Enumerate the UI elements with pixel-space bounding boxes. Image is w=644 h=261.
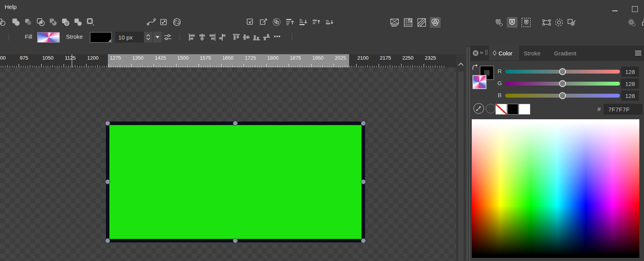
- ruler-tick: [311, 64, 312, 67]
- shape-cut-icon[interactable]: [0, 17, 8, 27]
- group-icon[interactable]: [272, 17, 281, 27]
- diamond-icon: [493, 50, 497, 56]
- tab-stroke[interactable]: Stroke: [520, 46, 544, 60]
- align-middle-v-icon[interactable]: [242, 33, 251, 41]
- slider-label-r: R: [497, 68, 503, 74]
- snap-toggle-icon[interactable]: [507, 17, 518, 28]
- black-swatch[interactable]: [507, 104, 518, 115]
- lower-icon[interactable]: [325, 17, 334, 27]
- color-gradient-picker[interactable]: [472, 119, 639, 258]
- union-icon[interactable]: [11, 17, 21, 27]
- exclude-icon[interactable]: [48, 17, 58, 27]
- align-left-icon[interactable]: [188, 33, 196, 41]
- maximize-icon[interactable]: [632, 6, 638, 12]
- selection-handle-sw[interactable]: [105, 238, 110, 243]
- lower-to-bottom-icon[interactable]: [298, 17, 308, 27]
- panel-menu-icon[interactable]: [635, 50, 642, 56]
- scroll-up-icon[interactable]: [458, 62, 464, 67]
- combine-icon[interactable]: [73, 17, 83, 27]
- ruler-tick: [41, 64, 42, 67]
- selection-handle-ne[interactable]: [361, 121, 366, 126]
- slider-knob-b[interactable]: [559, 92, 566, 99]
- tab-color[interactable]: Color: [489, 46, 519, 60]
- stroke-swatch[interactable]: [90, 32, 112, 43]
- slider-value-g[interactable]: 128: [621, 79, 639, 89]
- app-window: Help: [0, 0, 644, 261]
- node-curve-icon[interactable]: [147, 17, 156, 27]
- horizontal-ruler: 9009751050112512001275135014251500157516…: [0, 54, 456, 67]
- menu-help[interactable]: Help: [5, 3, 17, 10]
- divide-icon[interactable]: [61, 17, 70, 27]
- fill-color-indicator[interactable]: [473, 75, 486, 89]
- align-center-h-icon[interactable]: [198, 33, 206, 41]
- snap-center-icon[interactable]: [554, 18, 563, 27]
- selection-handle-nw[interactable]: [105, 121, 110, 126]
- canvas-rect[interactable]: [106, 122, 365, 242]
- transform-scale-icon[interactable]: [159, 17, 169, 27]
- minimize-icon[interactable]: [612, 10, 618, 11]
- ruler-label: 1725: [245, 55, 256, 61]
- stroke-width-stepper[interactable]: [144, 32, 152, 43]
- panel-partial-icon[interactable]: [641, 18, 644, 27]
- vertical-scrollbar[interactable]: [456, 54, 466, 261]
- ruler-tick: [221, 64, 222, 67]
- intersect-icon[interactable]: [36, 17, 45, 27]
- circle-swatch-icon[interactable]: [486, 104, 495, 113]
- panel-splitter[interactable]: [466, 47, 470, 261]
- selection-handle-se[interactable]: [361, 238, 366, 243]
- crop-icon[interactable]: [86, 17, 95, 27]
- ruler-label: 1650: [222, 55, 234, 61]
- edit-inside-icon[interactable]: [246, 17, 255, 27]
- link-anchor-icon[interactable]: [172, 17, 182, 27]
- snap-settings-icon[interactable]: [494, 18, 504, 27]
- raise-to-top-icon[interactable]: [285, 17, 294, 27]
- slider-knob-g[interactable]: [559, 80, 566, 87]
- ruler-tick: [266, 64, 267, 67]
- xray-view-icon[interactable]: [389, 17, 400, 28]
- ruler-tick: [289, 64, 289, 67]
- selection-handle-w[interactable]: [105, 179, 110, 184]
- move-outside-icon[interactable]: [259, 17, 268, 27]
- distribute-h-icon[interactable]: [218, 33, 227, 41]
- split-view-icon[interactable]: [416, 17, 427, 28]
- stroke-width-input[interactable]: 10 px: [115, 32, 144, 43]
- app-settings-gear-icon[interactable]: [627, 18, 636, 27]
- tab-gradient[interactable]: Gradient: [550, 46, 580, 60]
- slider-value-b[interactable]: 128: [621, 91, 639, 101]
- collapse-panel-icon[interactable]: »: [480, 49, 483, 55]
- snap-frame-icon[interactable]: [542, 18, 551, 27]
- none-swatch[interactable]: [495, 104, 507, 115]
- more-options-icon[interactable]: •••: [274, 33, 281, 39]
- fill-swatch[interactable]: [37, 32, 60, 43]
- selection-handle-s[interactable]: [233, 238, 238, 243]
- scrollbar-thumb[interactable]: [458, 72, 464, 261]
- divider: [180, 33, 180, 41]
- snap-shape-icon[interactable]: [566, 18, 576, 27]
- white-swatch[interactable]: [519, 104, 530, 115]
- canvas[interactable]: [0, 67, 456, 261]
- toolbar-boolean-group: [0, 17, 95, 27]
- subtract-icon[interactable]: [24, 17, 33, 27]
- align-right-icon[interactable]: [208, 33, 216, 41]
- drag-handle-icon[interactable]: ||: [485, 49, 488, 55]
- stroke-width-dropdown[interactable]: [153, 32, 162, 43]
- slider-knob-r[interactable]: [559, 68, 566, 75]
- pixel-grid-icon[interactable]: [403, 17, 414, 28]
- eyedropper-icon[interactable]: [473, 103, 484, 114]
- align-bottom-icon[interactable]: [252, 33, 261, 41]
- selection-handle-n[interactable]: [233, 121, 238, 126]
- stroke-options-sliders-icon[interactable]: [163, 33, 172, 42]
- hex-input[interactable]: 7F7F7F: [604, 104, 642, 115]
- slider-value-r[interactable]: 128: [621, 67, 639, 77]
- snap-bbox-icon[interactable]: [521, 17, 531, 28]
- close-panel-icon[interactable]: [473, 50, 479, 56]
- ruler-label: 1350: [132, 55, 144, 61]
- raise-icon[interactable]: [312, 17, 321, 27]
- swap-fill-stroke-icon[interactable]: [472, 64, 480, 72]
- color-blend-icon[interactable]: [430, 17, 441, 28]
- selection-handle-e[interactable]: [361, 179, 366, 184]
- ruler-tick: [131, 64, 132, 67]
- ruler-label: 975: [20, 55, 28, 61]
- distribute-v-icon[interactable]: [262, 33, 271, 41]
- align-top-icon[interactable]: [232, 33, 241, 41]
